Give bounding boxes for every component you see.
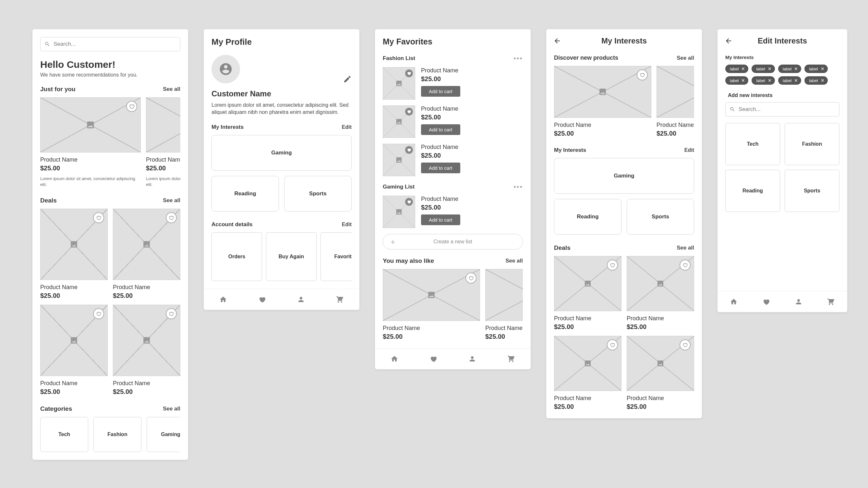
add-to-cart-button[interactable]: Add to cart: [421, 214, 460, 225]
back-icon[interactable]: [553, 37, 562, 45]
nav-profile-icon[interactable]: [795, 298, 803, 306]
interest-tile-reading[interactable]: Reading: [725, 170, 780, 212]
see-all-jfy[interactable]: See all: [163, 86, 180, 92]
search-field[interactable]: [53, 40, 176, 48]
product-card[interactable]: Product Name $25.00: [113, 209, 180, 300]
close-icon[interactable]: ✕: [794, 78, 798, 83]
nav-favorites-icon[interactable]: [258, 296, 266, 303]
interest-chip[interactable]: label✕: [778, 76, 801, 85]
add-to-cart-button[interactable]: Add to cart: [421, 162, 460, 173]
product-card[interactable]: Product Name $25.00: [656, 66, 694, 137]
product-card[interactable]: Product Name $25.00: [627, 256, 694, 331]
see-all-categories[interactable]: See all: [163, 405, 180, 412]
add-to-cart-button[interactable]: Add to cart: [421, 124, 460, 135]
see-all-alsolike[interactable]: See all: [505, 257, 523, 264]
interest-tile-tech[interactable]: Tech: [725, 123, 780, 165]
nav-home-icon[interactable]: [391, 355, 398, 363]
list-menu-icon[interactable]: •••: [514, 54, 523, 63]
nav-cart-icon[interactable]: [336, 296, 344, 303]
interest-chip[interactable]: label✕: [778, 65, 801, 73]
nav-favorites-icon[interactable]: [430, 355, 437, 363]
product-card[interactable]: Product Name $25.00 Lorem ipsum dolor si…: [40, 97, 141, 187]
list-menu-icon[interactable]: •••: [514, 183, 523, 191]
nav-profile-icon[interactable]: [297, 296, 305, 303]
interest-tile-gaming[interactable]: Gaming: [212, 135, 351, 171]
close-icon[interactable]: ✕: [820, 66, 825, 71]
favorite-icon[interactable]: [680, 260, 690, 271]
interest-tile-reading[interactable]: Reading: [554, 199, 621, 235]
account-tile-favorites[interactable]: Favorites: [320, 232, 351, 281]
nav-favorites-icon[interactable]: [762, 298, 770, 306]
favorite-icon[interactable]: [607, 339, 618, 350]
fav-item[interactable]: Product Name $25.00 Add to cart: [383, 67, 523, 100]
interest-chip[interactable]: label✕: [725, 76, 748, 85]
edit-interests[interactable]: Edit: [342, 124, 351, 130]
interest-chip[interactable]: label✕: [804, 76, 828, 85]
product-card[interactable]: Product Name $25.00: [113, 305, 180, 396]
account-tile-orders[interactable]: Orders: [212, 232, 262, 281]
favorite-icon[interactable]: [93, 308, 104, 319]
nav-profile-icon[interactable]: [468, 355, 476, 363]
product-card[interactable]: Product Name $25.00: [554, 66, 651, 137]
heart-filled-icon[interactable]: [405, 69, 413, 77]
account-tile-buy-again[interactable]: Buy Again: [266, 232, 317, 281]
favorite-icon[interactable]: [465, 273, 476, 283]
add-to-cart-button[interactable]: Add to cart: [421, 86, 460, 97]
product-card[interactable]: Product Name $25.00: [627, 336, 694, 410]
favorite-icon[interactable]: [166, 308, 177, 319]
close-icon[interactable]: ✕: [820, 78, 825, 83]
interest-tile-sports[interactable]: Sports: [627, 199, 694, 235]
see-all-deals[interactable]: See all: [677, 245, 694, 251]
nav-home-icon[interactable]: [219, 296, 227, 303]
favorite-icon[interactable]: [166, 212, 177, 223]
nav-home-icon[interactable]: [730, 298, 738, 306]
interest-chip[interactable]: label✕: [751, 76, 775, 85]
nav-cart-icon[interactable]: [827, 298, 835, 306]
edit-profile-icon[interactable]: [343, 75, 351, 83]
interest-tile-fashion[interactable]: Fashion: [785, 123, 839, 165]
product-card[interactable]: Product Name $25.00: [485, 269, 523, 340]
product-card[interactable]: Product Name $25.00: [40, 209, 108, 300]
category-tile-fashion[interactable]: Fashion: [93, 417, 142, 452]
category-tile-gaming[interactable]: Gaming: [147, 417, 180, 452]
create-list-button[interactable]: ＋ Create a new list: [383, 234, 523, 249]
interest-tile-sports[interactable]: Sports: [284, 176, 351, 212]
close-icon[interactable]: ✕: [741, 78, 745, 83]
interest-chip[interactable]: label✕: [725, 65, 748, 73]
heart-filled-icon[interactable]: [405, 108, 413, 116]
nav-cart-icon[interactable]: [507, 355, 515, 363]
product-card[interactable]: Product Name $25.00 Lorem ipsum dolor si…: [146, 97, 180, 187]
product-card[interactable]: Product Name $25.00: [40, 305, 108, 396]
back-icon[interactable]: [725, 37, 734, 45]
search-field[interactable]: [738, 106, 835, 113]
close-icon[interactable]: ✕: [794, 66, 798, 71]
interest-chip[interactable]: label✕: [804, 65, 828, 73]
favorite-icon[interactable]: [637, 69, 648, 81]
edit-account[interactable]: Edit: [342, 222, 351, 227]
product-card[interactable]: Product Name $25.00: [554, 336, 621, 410]
fav-item[interactable]: Product Name $25.00 Add to cart: [383, 105, 523, 138]
interest-chip[interactable]: label✕: [751, 65, 775, 73]
category-tile-tech[interactable]: Tech: [40, 417, 88, 452]
fav-item[interactable]: Product Name $25.00 Add to cart: [383, 196, 523, 228]
see-all-deals[interactable]: See all: [163, 197, 180, 204]
close-icon[interactable]: ✕: [741, 66, 745, 71]
interest-tile-sports[interactable]: Sports: [785, 170, 839, 212]
fav-item[interactable]: Product Name $25.00 Add to cart: [383, 144, 523, 176]
avatar[interactable]: [212, 55, 240, 83]
heart-filled-icon[interactable]: [405, 198, 413, 206]
close-icon[interactable]: ✕: [768, 78, 772, 83]
search-input[interactable]: [725, 102, 839, 117]
search-input[interactable]: [40, 37, 180, 51]
product-card[interactable]: Product Name $25.00: [383, 269, 480, 340]
favorite-icon[interactable]: [93, 212, 104, 223]
interest-tile-reading[interactable]: Reading: [212, 176, 279, 212]
favorite-icon[interactable]: [680, 339, 690, 350]
close-icon[interactable]: ✕: [768, 66, 772, 71]
favorite-icon[interactable]: [126, 101, 137, 112]
favorite-icon[interactable]: [607, 260, 618, 271]
heart-filled-icon[interactable]: [405, 146, 413, 154]
see-all-discover[interactable]: See all: [677, 55, 694, 61]
interest-tile-gaming[interactable]: Gaming: [554, 158, 694, 194]
edit-interests[interactable]: Edit: [684, 147, 694, 153]
